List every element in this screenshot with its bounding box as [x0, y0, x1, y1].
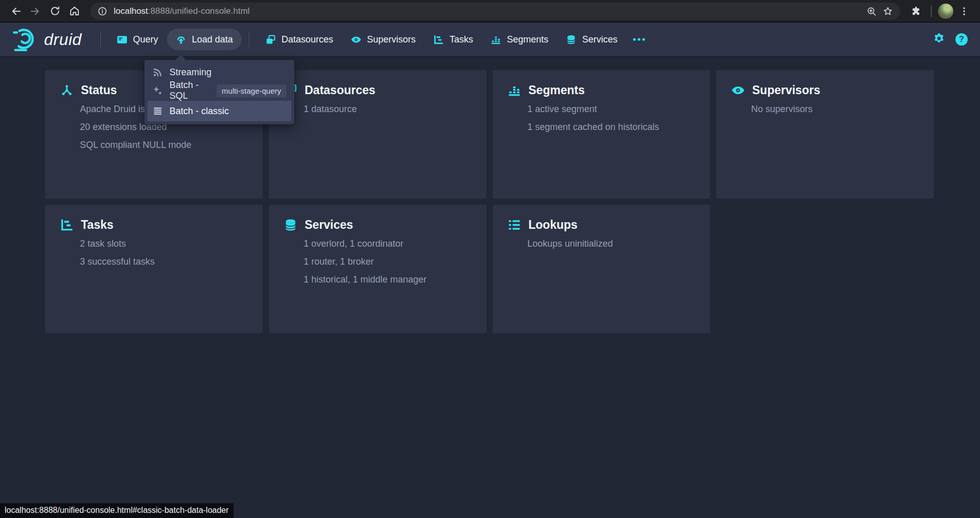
status-graph-icon — [60, 83, 74, 97]
services-database-icon — [566, 34, 577, 45]
datasources-icon — [265, 34, 276, 45]
segments-chart-icon — [507, 83, 521, 97]
nav-item-services[interactable]: Services — [557, 29, 626, 50]
help-button[interactable]: ? — [955, 33, 968, 46]
link-preview-statusbar: localhost:8888/unified-console.html#clas… — [0, 503, 233, 518]
nav-item-segments[interactable]: Segments — [482, 29, 557, 50]
druid-logo[interactable]: druid — [12, 26, 82, 53]
nav-item-label: Tasks — [450, 34, 473, 45]
card-line: No supervisors — [751, 100, 813, 118]
nav-item-load-data[interactable]: Load data — [167, 29, 242, 50]
card-header: Supervisors — [731, 83, 820, 97]
nav-item-datasources[interactable]: Datasources — [257, 29, 342, 50]
gear-icon — [933, 32, 945, 45]
card-datasources[interactable]: Datasources 1 datasource — [269, 70, 486, 199]
nav-item-label: Services — [582, 34, 617, 45]
nav-more-menu[interactable] — [626, 29, 652, 50]
tasks-gantt-icon — [433, 34, 444, 45]
back-button[interactable] — [7, 3, 25, 20]
nav-item-label: Query — [133, 34, 158, 45]
browser-menu-button[interactable] — [955, 3, 973, 20]
extensions-button[interactable] — [907, 3, 925, 20]
nav-right-actions: ? — [933, 32, 968, 47]
card-lookups[interactable]: Lookups Lookups uninitialized — [493, 205, 710, 333]
home-icon — [69, 6, 80, 16]
services-database-icon — [284, 218, 297, 232]
menu-item-streaming[interactable]: Streaming — [147, 63, 291, 81]
card-title: Supervisors — [752, 83, 820, 97]
card-title: Datasources — [305, 83, 375, 97]
help-icon: ? — [959, 35, 964, 44]
url-bar[interactable]: localhost:8888/unified-console.html — [90, 3, 900, 20]
site-info-icon[interactable] — [97, 6, 108, 16]
menu-item-label: Batch - SQL — [169, 80, 204, 101]
card-line: SQL compliant NULL mode — [80, 136, 191, 154]
nav-divider — [249, 31, 249, 48]
sparkles-icon — [153, 85, 163, 96]
bookmark-star-icon[interactable] — [883, 6, 893, 16]
card-title: Tasks — [81, 218, 114, 232]
segments-chart-icon — [491, 34, 501, 45]
nav-divider — [100, 31, 101, 48]
card-header: Lookups — [507, 218, 578, 232]
nav-item-label: Datasources — [282, 34, 333, 45]
card-line: Lookups uninitialized — [527, 235, 613, 253]
card-line: 2 task slots — [80, 235, 155, 253]
card-services[interactable]: Services 1 overlord, 1 coordinator 1 rou… — [269, 205, 486, 333]
card-header: Datasources — [284, 83, 375, 97]
tasks-gantt-icon — [60, 218, 74, 232]
settings-gear-button[interactable] — [933, 32, 945, 47]
card-line: 1 router, 1 broker — [304, 253, 427, 271]
supervisors-eye-icon — [351, 34, 361, 45]
card-line: 1 segment cached on historicals — [527, 118, 659, 136]
card-body: 2 task slots 3 successful tasks — [80, 235, 155, 271]
nav-item-query[interactable]: Query — [108, 29, 167, 50]
reload-icon — [50, 6, 60, 16]
card-tasks[interactable]: Tasks 2 task slots 3 successful tasks — [45, 205, 263, 333]
profile-avatar[interactable] — [938, 4, 953, 19]
card-body: 1 overlord, 1 coordinator 1 router, 1 br… — [304, 235, 427, 289]
toolbar-separator — [931, 6, 932, 17]
nav-item-tasks[interactable]: Tasks — [424, 29, 482, 50]
more-ellipsis-icon — [632, 37, 646, 42]
card-header: Segments — [507, 83, 585, 97]
card-line: 1 datasource — [304, 100, 357, 118]
card-body: 1 active segment 1 segment cached on his… — [527, 100, 659, 136]
card-title: Lookups — [528, 218, 578, 232]
back-icon — [10, 6, 22, 17]
home-button[interactable] — [66, 3, 83, 20]
reload-button[interactable] — [46, 3, 63, 20]
menu-item-batch-sql[interactable]: Batch - SQL multi-stage-query — [147, 81, 291, 100]
nav-item-supervisors[interactable]: Supervisors — [342, 29, 424, 50]
card-line: 1 historical, 1 middle manager — [304, 271, 427, 289]
card-header: Services — [284, 218, 353, 232]
stack-lines-icon — [153, 106, 163, 116]
nav-item-label: Supervisors — [367, 34, 416, 45]
forward-button[interactable] — [27, 3, 44, 20]
card-header: Status — [60, 83, 117, 97]
card-header: Tasks — [60, 218, 114, 232]
menu-item-batch-classic[interactable]: Batch - classic — [147, 101, 291, 121]
nav-item-label: Load data — [192, 34, 233, 45]
forward-icon — [30, 6, 41, 17]
streaming-feed-icon — [153, 67, 163, 77]
card-line: 1 overlord, 1 coordinator — [304, 235, 427, 253]
card-title: Services — [305, 218, 353, 232]
nav-item-label: Segments — [507, 34, 548, 45]
zoom-page-icon[interactable] — [866, 6, 877, 16]
url-text[interactable]: localhost:8888/unified-console.html — [114, 6, 860, 16]
card-title: Segments — [528, 83, 585, 97]
extensions-puzzle-icon — [911, 6, 921, 16]
card-title: Status — [81, 83, 117, 97]
url-path: :8888/unified-console.html — [148, 6, 249, 16]
screen: localhost:8888/unified-console.html — [0, 0, 980, 518]
card-line: 3 successful tasks — [80, 253, 155, 271]
kebab-menu-icon — [959, 6, 969, 16]
menu-item-label: Streaming — [169, 67, 211, 78]
card-segments[interactable]: Segments 1 active segment 1 segment cach… — [493, 70, 710, 199]
card-supervisors[interactable]: Supervisors No supervisors — [716, 70, 934, 199]
card-body: Lookups uninitialized — [527, 235, 613, 253]
brand-wordmark: druid — [44, 30, 82, 49]
query-icon — [117, 34, 127, 45]
druid-navbar: druid Query Load data Datasources — [0, 23, 980, 56]
